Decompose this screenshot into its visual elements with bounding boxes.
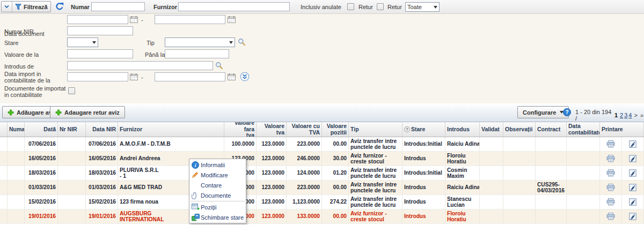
column-header-introdus[interactable]: Introdus bbox=[445, 122, 480, 137]
printer-icon[interactable] bbox=[606, 213, 615, 220]
print-cell[interactable] bbox=[600, 166, 622, 180]
column-header-data_nir[interactable]: Data NIR bbox=[86, 122, 118, 137]
menu-item-contare[interactable]: Contare bbox=[189, 180, 246, 190]
cell-observatii[interactable] bbox=[503, 181, 536, 194]
cell-contract[interactable] bbox=[536, 166, 567, 180]
cell-tva[interactable]: 123.0000 bbox=[257, 166, 287, 180]
calendar-icon[interactable] bbox=[228, 73, 236, 80]
table-row[interactable]: 15/02/201615/02/2016123 firma noua1,000.… bbox=[0, 195, 644, 209]
cell-pozitii[interactable]: 30.00 bbox=[322, 152, 349, 166]
menu-item-informatii[interactable]: iInformatii bbox=[189, 160, 246, 170]
cell-data_nir[interactable]: 18/03/2016 bbox=[86, 166, 118, 180]
cell-data_nir[interactable]: 07/06/2016 bbox=[86, 137, 118, 151]
retur-checkbox[interactable] bbox=[377, 3, 384, 10]
cell-numar[interactable] bbox=[8, 152, 25, 166]
cell-pozitii[interactable]: 00.00 bbox=[322, 137, 349, 151]
cell-data[interactable]: 15/02/2016 bbox=[25, 195, 58, 209]
print-cell[interactable] bbox=[600, 181, 622, 194]
cell-nr_nir[interactable] bbox=[58, 166, 86, 180]
print-cell[interactable] bbox=[600, 152, 622, 166]
furnizor-input[interactable] bbox=[178, 2, 290, 11]
cell-tip[interactable]: Aviz furnizor - creste stocul bbox=[349, 209, 402, 223]
data-document-to-input[interactable] bbox=[155, 15, 225, 24]
cell-contract[interactable]: CUS295- 04/03/2016 bbox=[536, 181, 567, 194]
cell-sel[interactable] bbox=[0, 152, 8, 166]
print-preview-icon[interactable] bbox=[629, 169, 636, 177]
table-row[interactable]: 18/03/201618/03/2016PLURIVA S.R.L - 11.0… bbox=[0, 166, 644, 181]
cell-introdus[interactable]: Floroiu Horatiu bbox=[445, 209, 480, 223]
cell-numar[interactable] bbox=[8, 209, 25, 223]
cell-data_cont[interactable] bbox=[567, 181, 600, 194]
table-row[interactable]: 19/01/201619/01/2016AUGSBURG INTERNATION… bbox=[0, 209, 644, 224]
help-icon[interactable]: ? bbox=[563, 108, 571, 116]
numar-nir-input[interactable] bbox=[67, 26, 133, 35]
cell-stare[interactable]: Introdus bbox=[402, 152, 445, 166]
column-header-tip[interactable]: Tip bbox=[349, 122, 402, 137]
printer-icon[interactable] bbox=[606, 140, 615, 148]
cell-cu_tva[interactable]: 223.0000 bbox=[287, 181, 322, 194]
cell-data[interactable]: 19/01/2016 bbox=[25, 209, 58, 223]
column-header-tva[interactable]: Valoare tva bbox=[257, 122, 287, 137]
configurare-button[interactable]: Configurare bbox=[517, 106, 569, 118]
print-preview-icon[interactable] bbox=[629, 184, 636, 191]
column-header-stare[interactable]: ?Stare bbox=[402, 122, 445, 137]
cell-stare[interactable]: Introdus:Initial bbox=[402, 166, 445, 180]
calendar-icon[interactable] bbox=[228, 16, 236, 23]
calendar-icon[interactable] bbox=[130, 16, 138, 23]
cell-data_nir[interactable]: 16/05/2016 bbox=[86, 152, 118, 166]
cell-data[interactable]: 16/05/2016 bbox=[25, 152, 58, 166]
menu-item-documente[interactable]: Documente bbox=[189, 190, 246, 200]
column-header-contract[interactable]: Contract bbox=[536, 122, 567, 137]
cell-contract[interactable] bbox=[536, 195, 567, 209]
calendar-icon[interactable] bbox=[130, 73, 138, 80]
cell-nr_nir[interactable] bbox=[58, 181, 86, 194]
stare-select[interactable] bbox=[67, 38, 98, 47]
cell-nr_nir[interactable] bbox=[58, 137, 86, 151]
cell-stare[interactable]: Introdus:Initial bbox=[402, 137, 445, 151]
cell-contract[interactable] bbox=[536, 137, 567, 151]
menu-item-schimbare-stare[interactable]: Schimbare stare bbox=[189, 212, 246, 222]
introdus-de-input[interactable] bbox=[67, 61, 213, 70]
expand-filters-button[interactable] bbox=[2, 2, 12, 12]
column-header-data[interactable]: Dată bbox=[25, 122, 58, 137]
cell-contract[interactable] bbox=[536, 152, 567, 166]
cell-validat[interactable] bbox=[480, 166, 503, 180]
cell-introdus[interactable]: Raiciu Adina bbox=[445, 137, 480, 151]
cell-tip[interactable]: Aviz transfer intre punctele de lucru bbox=[349, 166, 402, 180]
search-icon[interactable] bbox=[215, 62, 223, 69]
column-header-numar[interactable]: Numar bbox=[8, 122, 25, 137]
print-preview-cell[interactable] bbox=[622, 166, 644, 180]
cell-pozitii[interactable]: 00.00 bbox=[322, 181, 349, 194]
tip-select[interactable] bbox=[165, 38, 235, 47]
cell-cu_tva[interactable]: 1,123.0000 bbox=[287, 195, 322, 209]
cell-validat[interactable] bbox=[480, 181, 503, 194]
cell-tip[interactable]: Aviz transfer intre punctele de lucru bbox=[349, 181, 402, 194]
cell-tip[interactable]: Aviz furnizor - creste stocul bbox=[349, 152, 402, 166]
filter-button[interactable]: Filtrează bbox=[12, 2, 50, 12]
cell-introdus[interactable]: Floroiu Horatiu bbox=[445, 152, 480, 166]
cell-pozitii[interactable]: 274.22 bbox=[322, 195, 349, 209]
cell-data[interactable]: 18/03/2016 bbox=[25, 166, 58, 180]
cell-nr_nir[interactable] bbox=[58, 152, 86, 166]
adaugare-retur-aviz-button[interactable]: Adaugare retur aviz bbox=[50, 106, 125, 118]
printer-icon[interactable] bbox=[606, 169, 615, 177]
column-header-cu_tva[interactable]: Valoare cu TVA bbox=[287, 122, 322, 137]
print-cell[interactable] bbox=[600, 137, 622, 151]
cell-fara_tva[interactable]: 100.0000 bbox=[224, 137, 257, 151]
column-header-observatii[interactable]: Observații bbox=[503, 122, 536, 137]
print-preview-icon[interactable] bbox=[629, 140, 636, 148]
cell-pozitii[interactable]: 00.00 bbox=[322, 209, 349, 223]
inclusiv-anulate-checkbox[interactable] bbox=[347, 3, 354, 10]
cell-tip[interactable]: Aviz transfer intre punctele de lucru bbox=[349, 137, 402, 151]
print-preview-cell[interactable] bbox=[622, 195, 644, 209]
cell-nr_nir[interactable] bbox=[58, 209, 86, 223]
cell-data_nir[interactable]: 15/02/2016 bbox=[86, 195, 118, 209]
pana-la-input[interactable] bbox=[165, 49, 229, 58]
column-header-fara_tva[interactable]: Valoare fara tva bbox=[224, 122, 257, 137]
pagination-next[interactable]: > bbox=[634, 112, 638, 118]
printer-icon[interactable] bbox=[606, 198, 615, 206]
cell-numar[interactable] bbox=[8, 181, 25, 194]
column-header-data_cont[interactable]: Data contabilitate bbox=[567, 122, 600, 137]
cell-observatii[interactable] bbox=[503, 137, 536, 151]
cell-data_cont[interactable] bbox=[567, 166, 600, 180]
